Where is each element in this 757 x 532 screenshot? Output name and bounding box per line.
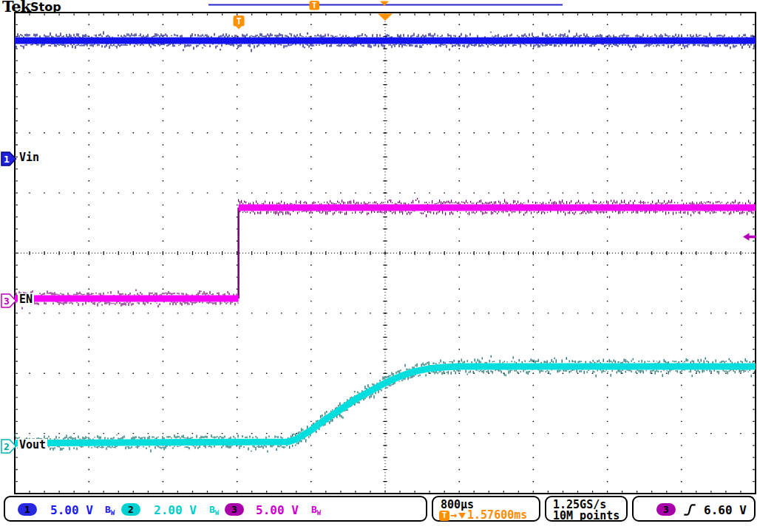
ch3-badge[interactable]: 3: [225, 503, 244, 516]
ch3-waveform-label: EN: [18, 293, 34, 306]
delay-arrow-icon: →: [450, 510, 457, 521]
ch1-waveform-label: Vin: [18, 151, 41, 164]
record-trigger-t: T: [312, 1, 316, 10]
ch2-trace: [15, 366, 756, 443]
ch3-bandwidth-icon: BW: [311, 503, 321, 519]
ch1-scale: 5.00 V: [50, 504, 93, 516]
acquisition-readout[interactable]: 1.25GS/s 10M points: [545, 496, 628, 522]
timebase-readout[interactable]: 800µs T→1.57600ms: [432, 496, 540, 522]
ch1-marker-number: 1: [4, 154, 10, 165]
delay-marker-icon: [458, 513, 466, 519]
acquisition-state: Stop: [30, 0, 61, 14]
ch2-trace-noise: [15, 355, 754, 453]
scope-screen: T T 1 3 2 Tek Stop Vin E: [0, 0, 757, 532]
record-length: 10M points: [553, 511, 619, 522]
ch1-bandwidth-icon: BW: [105, 503, 115, 519]
ch3-trace-noise: [15, 198, 755, 310]
delay-t-icon: T: [439, 511, 449, 521]
ch2-marker-number: 2: [4, 441, 10, 452]
ch3-ground-marker[interactable]: 3: [1, 294, 16, 307]
delay-value: 1.57600ms: [467, 510, 527, 521]
vendor-logo: Tek: [2, 0, 30, 16]
trigger-level-marker[interactable]: [743, 233, 756, 240]
trigger-readout[interactable]: 3 6.60 V: [632, 496, 756, 522]
ch2-bandwidth-icon: BW: [209, 503, 219, 519]
ch3-marker-number: 3: [4, 296, 10, 307]
record-trigger-badge[interactable]: T: [310, 1, 320, 10]
ch1-ground-marker[interactable]: 1: [1, 152, 16, 166]
channel-scale-readout[interactable]: 1 5.00 V BW 2 2.00 V BW 3 5.00 V BW: [4, 496, 427, 522]
ch1-badge[interactable]: 1: [18, 503, 37, 516]
trigger-level-value: 6.60 V: [704, 504, 747, 516]
trigger-delay-readout: T→1.57600ms: [439, 510, 527, 521]
trigger-position-t: T: [237, 16, 242, 27]
waveform-display: T T 1 3 2: [0, 0, 757, 532]
ch2-badge[interactable]: 2: [121, 503, 140, 516]
trigger-source-badge[interactable]: 3: [656, 503, 676, 516]
trigger-position-badge[interactable]: T: [234, 16, 245, 30]
ch2-waveform-label: Vout: [18, 439, 47, 451]
ch2-scale: 2.00 V: [154, 504, 197, 516]
ch3-scale: 5.00 V: [256, 504, 299, 516]
expansion-point-icon[interactable]: [378, 14, 393, 21]
ch2-ground-marker[interactable]: 2: [1, 440, 16, 453]
rising-edge-icon: [683, 502, 696, 518]
center-axis-ticks: [15, 13, 756, 494]
